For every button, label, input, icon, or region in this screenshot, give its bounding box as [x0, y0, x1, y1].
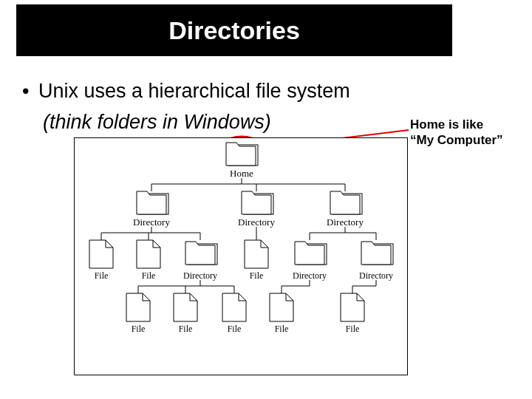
svg-marker-46 [270, 293, 293, 321]
l2a2-label: File [142, 270, 156, 281]
file-icon [245, 240, 268, 268]
folder-icon [242, 191, 273, 214]
l2b1-label: File [250, 270, 264, 281]
svg-marker-44 [174, 293, 197, 321]
bullet-text: Unix uses a hierarchical file system [38, 80, 350, 102]
svg-marker-27 [245, 240, 268, 268]
l2c1-label: Directory [293, 270, 327, 281]
svg-marker-23 [89, 240, 113, 268]
file-icon [174, 293, 197, 321]
slide-title: Directories [168, 16, 300, 45]
root-label: Home [230, 168, 253, 179]
svg-marker-31 [361, 242, 391, 265]
bullet-dot: • [22, 80, 38, 103]
file-icon [89, 240, 113, 268]
l3e-label: File [346, 324, 360, 334]
svg-marker-12 [330, 191, 360, 214]
sub-line: (think folders in Windows) [43, 111, 271, 134]
folder-icon [330, 191, 362, 214]
svg-marker-10 [242, 191, 271, 214]
folder-icon [361, 242, 393, 265]
svg-marker-43 [126, 293, 150, 321]
bullet-line: •Unix uses a hierarchical file system [22, 80, 350, 103]
l3c-label: File [228, 324, 242, 334]
l3b-label: File [179, 324, 193, 334]
file-icon [126, 293, 150, 321]
svg-marker-47 [341, 293, 364, 321]
l3d-label: File [275, 324, 289, 334]
l2a3-label: Directory [183, 270, 217, 281]
folder-icon [137, 191, 168, 214]
svg-marker-24 [137, 240, 160, 268]
svg-marker-1 [226, 143, 256, 166]
file-icon [137, 240, 160, 268]
l3a-label: File [132, 324, 146, 334]
callout-text: Home is like “My Computer” [410, 117, 503, 149]
file-icon [341, 293, 364, 321]
folder-icon [295, 242, 327, 265]
svg-marker-45 [222, 293, 246, 321]
callout-line1: Home is like [410, 117, 483, 132]
svg-marker-8 [137, 191, 166, 214]
l2a1-label: File [95, 270, 109, 281]
l1a-label: Directory [133, 216, 170, 228]
l2c2-label: Directory [359, 270, 393, 281]
svg-marker-26 [185, 242, 215, 265]
file-icon [222, 293, 246, 321]
folder-icon [226, 143, 258, 166]
svg-marker-29 [295, 242, 324, 265]
folder-icon [185, 242, 217, 265]
tree-svg: Home Directory Directory Director [75, 138, 407, 375]
slide: Directories •Unix uses a hierarchical fi… [0, 0, 532, 399]
l1c-label: Directory [327, 216, 364, 228]
l1b-label: Directory [238, 216, 275, 228]
file-icon [270, 293, 293, 321]
tree-diagram: Home Directory Directory Director [74, 137, 408, 375]
callout-line2: “My Computer” [410, 133, 503, 147]
title-bar: Directories [16, 4, 452, 56]
